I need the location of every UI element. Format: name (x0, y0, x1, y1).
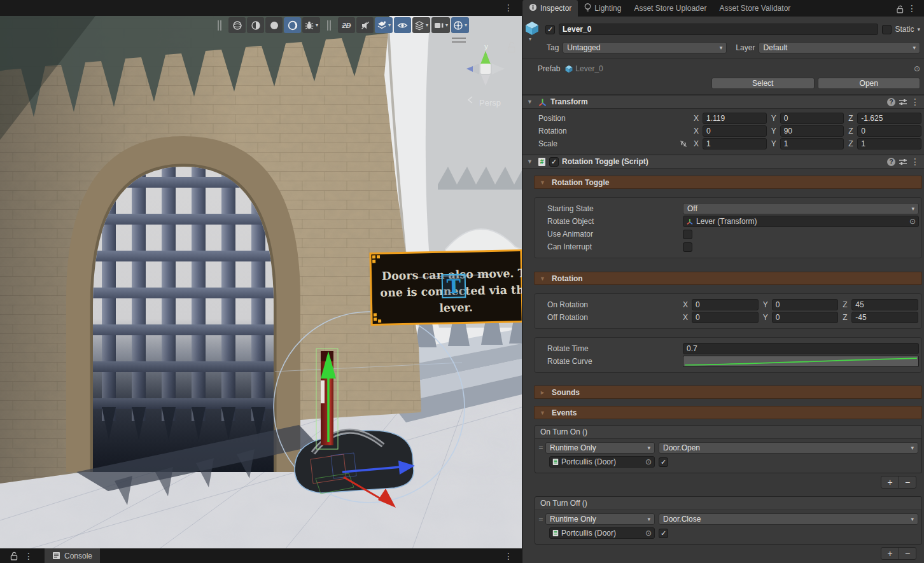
position-y-field[interactable]: 0 (780, 113, 844, 124)
tab-asset-store-uploader[interactable]: Asset Store Uploader (627, 0, 713, 17)
scene-canvas[interactable]: Doors can also move. Th one is connected… (0, 0, 522, 563)
statusbar-right-kebab-icon[interactable]: ⋮ (504, 550, 513, 562)
object-picker-icon[interactable]: ⊙ (645, 529, 652, 538)
section-rotation[interactable]: ▼ Rotation (534, 272, 922, 285)
script-enabled-checkbox[interactable]: ✓ (549, 157, 559, 167)
rotation-y-field[interactable]: 90 (780, 125, 844, 137)
add-event-button[interactable]: + (881, 548, 899, 559)
statusbar-kebab-icon[interactable]: ⋮ (24, 550, 33, 562)
unlock-icon[interactable] (10, 552, 18, 560)
layer-dropdown[interactable]: Default ▾ (759, 42, 920, 53)
prefab-open-button[interactable]: Open (818, 78, 921, 89)
section-sounds[interactable]: ► Sounds (534, 386, 922, 399)
console-tab[interactable]: Console (45, 548, 100, 563)
audio-toggle[interactable] (356, 17, 374, 33)
help-icon[interactable]: ? (887, 98, 895, 106)
script-component-header[interactable]: ▼ # ✓ Rotation Toggle (Script) ? ⋮ (522, 155, 924, 169)
gizmo-center-cube[interactable] (480, 64, 491, 74)
inspector-kebab-icon[interactable]: ⋮ (907, 3, 916, 14)
2d-mode-toggle[interactable]: 2D (338, 17, 355, 33)
layers-dropdown-button[interactable]: ▾ (412, 17, 430, 33)
event-target-field[interactable]: Portcullis (Door) ⊙ (549, 527, 655, 539)
unity-editor-window: Doors can also move. Th one is connected… (0, 0, 924, 563)
scale-x-field[interactable]: 1 (703, 138, 767, 149)
camera-dropdown-button[interactable]: ▾ (431, 17, 450, 33)
rotate-object-field[interactable]: Lever (Transform) ⊙ (683, 216, 919, 227)
event-enabled-checkbox[interactable]: ✓ (659, 529, 668, 538)
transform-component-header[interactable]: ▼ Transform ? ⋮ (522, 95, 924, 109)
debug-draw-mode-button[interactable]: ▾ (302, 17, 320, 33)
shading-solid-button[interactable] (265, 17, 283, 33)
prefab-label: Prefab (538, 64, 560, 73)
tab-lighting[interactable]: Lighting (578, 0, 627, 17)
rotate-time-field[interactable]: 0.7 (683, 343, 919, 354)
foldout-arrow-icon[interactable]: ▼ (527, 158, 535, 165)
scale-z-field[interactable]: 1 (857, 138, 921, 149)
off-rotation-y-field[interactable]: 0 (772, 312, 839, 323)
help-icon[interactable]: ? (887, 158, 895, 166)
link-broken-icon[interactable] (679, 139, 688, 148)
active-checkbox[interactable]: ✓ (545, 25, 555, 34)
event-on-turn-off-list: On Turn Off () = Runtime Only▾ Door.Clos… (535, 496, 922, 545)
scene-menu-kebab-icon[interactable]: ⋮ (504, 2, 513, 13)
prefab-expand-arrow-icon[interactable]: ▾ (529, 36, 531, 42)
event-drag-handle[interactable]: = (536, 513, 545, 539)
sign-board[interactable]: Doors can also move. Th one is connected… (370, 250, 522, 324)
effects-dropdown-button[interactable]: ▾ (375, 17, 393, 33)
event-enabled-checkbox[interactable]: ✓ (659, 457, 668, 467)
inspector-lock-icon[interactable] (897, 5, 904, 13)
presets-icon[interactable] (899, 98, 907, 106)
off-rotation-x-field[interactable]: 0 (692, 312, 759, 323)
off-rotation-z-field[interactable]: -45 (851, 312, 918, 323)
event-mode-dropdown[interactable]: Runtime Only▾ (545, 442, 655, 454)
component-kebab-icon[interactable]: ⋮ (911, 156, 920, 167)
object-picker-icon[interactable]: ⊙ (909, 217, 916, 226)
gameobject-cube-icon[interactable] (525, 21, 539, 36)
event-function-dropdown[interactable]: Door.Close▾ (659, 513, 918, 525)
static-checkbox[interactable] (882, 25, 892, 34)
shading-wireframe-button[interactable] (228, 17, 246, 33)
event-mode-dropdown[interactable]: Runtime Only▾ (545, 513, 655, 525)
tag-dropdown[interactable]: Untagged ▾ (563, 42, 727, 53)
on-rotation-y-field[interactable]: 0 (772, 299, 839, 310)
section-events[interactable]: ▼ Events (534, 406, 922, 419)
section-rotation-toggle[interactable]: ▼ Rotation Toggle (534, 176, 922, 189)
scene-view[interactable]: Doors can also move. Th one is connected… (0, 0, 522, 563)
shading-shaded-button[interactable] (284, 17, 301, 33)
static-dropdown-arrow-icon[interactable]: ▾ (917, 26, 920, 32)
object-picker-icon[interactable]: ⊙ (645, 457, 652, 466)
scale-y-field[interactable]: 1 (780, 138, 844, 149)
tab-inspector[interactable]: Inspector (522, 0, 578, 17)
on-rotation-z-field[interactable]: 45 (851, 299, 918, 310)
prefab-picker-icon[interactable]: ⊙ (914, 64, 920, 73)
remove-event-button[interactable]: − (899, 476, 916, 488)
on-rotation-x-field[interactable]: 0 (692, 299, 759, 310)
scene-visibility-toggle[interactable] (394, 17, 411, 33)
shading-shaded-wireframe-button[interactable] (247, 17, 264, 33)
event-target-field[interactable]: Portcullis (Door) ⊙ (549, 456, 655, 468)
perspective-label[interactable]: Persp (479, 98, 501, 108)
position-z-field[interactable]: -1.625 (857, 113, 921, 124)
gizmos-dropdown-button[interactable]: ▾ (451, 17, 469, 33)
gameobject-name-field[interactable]: Lever_0 (559, 24, 878, 35)
rotate-curve-field[interactable] (683, 356, 919, 367)
dropdown-arrow-icon: ▾ (426, 22, 428, 28)
event-drag-handle[interactable]: = (536, 442, 545, 468)
tab-asset-store-validator[interactable]: Asset Store Validator (713, 0, 797, 17)
remove-event-button[interactable]: − (899, 548, 916, 559)
foldout-arrow-icon[interactable]: ▼ (527, 99, 535, 105)
can-interrupt-checkbox[interactable] (683, 242, 692, 252)
prefab-select-button[interactable]: Select (711, 78, 815, 89)
toolbar-drag-handle[interactable] (218, 20, 221, 31)
add-event-button[interactable]: + (881, 476, 899, 488)
rotation-z-field[interactable]: 0 (857, 125, 921, 137)
text-gizmo[interactable]: T (442, 274, 466, 298)
rotation-x-field[interactable]: 0 (703, 125, 767, 137)
starting-state-dropdown[interactable]: Off▾ (683, 203, 919, 214)
prefab-name-field[interactable]: Lever_0 (565, 64, 909, 73)
use-animator-checkbox[interactable] (683, 230, 692, 239)
event-function-dropdown[interactable]: Door.Open▾ (659, 442, 918, 454)
presets-icon[interactable] (899, 158, 907, 166)
component-kebab-icon[interactable]: ⋮ (911, 96, 920, 108)
position-x-field[interactable]: 1.119 (703, 113, 767, 124)
